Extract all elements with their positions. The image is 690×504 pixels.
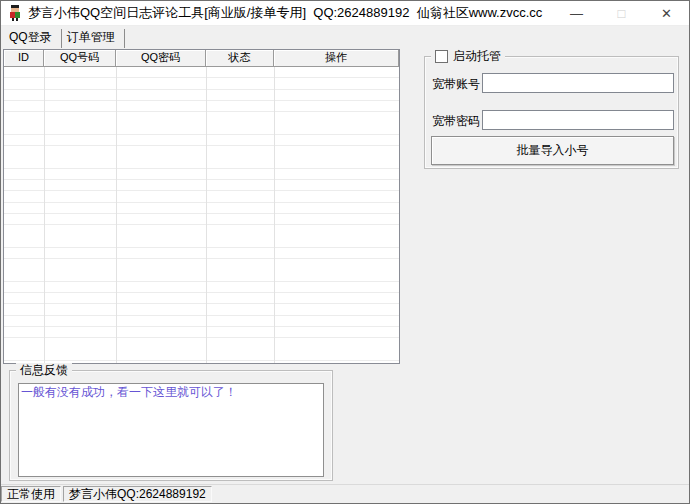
column-header-status[interactable]: 状态 [206, 50, 274, 67]
feedback-legend: 信息反馈 [16, 363, 72, 377]
feedback-groupbox: 信息反馈 一般有没有成功，看一下这里就可以了！ [9, 370, 333, 481]
maximize-button: □ [599, 1, 644, 25]
qq-account-table: ID QQ号码 QQ密码 状态 操作 [3, 49, 400, 364]
broadband-account-label: 宽带账号 [432, 76, 480, 93]
broadband-account-input[interactable] [482, 73, 674, 93]
batch-import-button[interactable]: 批量导入小号 [431, 136, 674, 165]
table-header: ID QQ号码 QQ密码 状态 操作 [4, 50, 399, 67]
hosting-legend: 启动托管 [431, 49, 505, 63]
minimize-button[interactable]: — [554, 1, 599, 25]
app-icon [7, 5, 23, 21]
tab-order-management[interactable]: 订单管理 [62, 29, 125, 48]
close-button[interactable]: ✕ [644, 1, 689, 25]
feedback-listbox[interactable]: 一般有没有成功，看一下这里就可以了！ [18, 383, 324, 477]
hosting-groupbox: 启动托管 宽带账号 宽带密码 批量导入小号 [424, 56, 679, 169]
status-usage: 正常使用 [1, 486, 61, 502]
window-title: 梦言小伟QQ空间日志评论工具[商业版/接单专用] QQ:2624889192 仙… [28, 4, 554, 22]
table-body-empty[interactable] [4, 67, 399, 363]
grid-line [206, 67, 207, 363]
window-controls: — □ ✕ [554, 1, 689, 25]
grid-line [274, 67, 275, 363]
app-window: 梦言小伟QQ空间日志评论工具[商业版/接单专用] QQ:2624889192 仙… [0, 0, 690, 504]
title-bar[interactable]: 梦言小伟QQ空间日志评论工具[商业版/接单专用] QQ:2624889192 仙… [1, 1, 689, 26]
status-bar: 正常使用 梦言小伟QQ:2624889192 [1, 484, 689, 503]
broadband-password-label: 宽带密码 [432, 113, 480, 130]
column-header-qq-password[interactable]: QQ密码 [116, 50, 206, 67]
broadband-password-row: 宽带密码 [425, 110, 678, 130]
feedback-message[interactable]: 一般有没有成功，看一下这里就可以了！ [21, 385, 321, 400]
hosting-checkbox-label[interactable]: 启动托管 [453, 49, 501, 63]
grid-line [44, 67, 45, 363]
grid-line [116, 67, 117, 363]
tab-bar: QQ登录 订单管理 [4, 29, 125, 48]
column-header-action[interactable]: 操作 [274, 50, 399, 67]
status-author-qq: 梦言小伟QQ:2624889192 [63, 486, 212, 502]
broadband-account-row: 宽带账号 [425, 73, 678, 93]
hosting-checkbox[interactable] [435, 50, 448, 63]
column-header-id[interactable]: ID [4, 50, 44, 67]
tab-qq-login[interactable]: QQ登录 [4, 29, 62, 48]
feedback-title: 信息反馈 [20, 363, 68, 377]
column-header-qq-number[interactable]: QQ号码 [44, 50, 116, 67]
broadband-password-input[interactable] [482, 110, 674, 130]
